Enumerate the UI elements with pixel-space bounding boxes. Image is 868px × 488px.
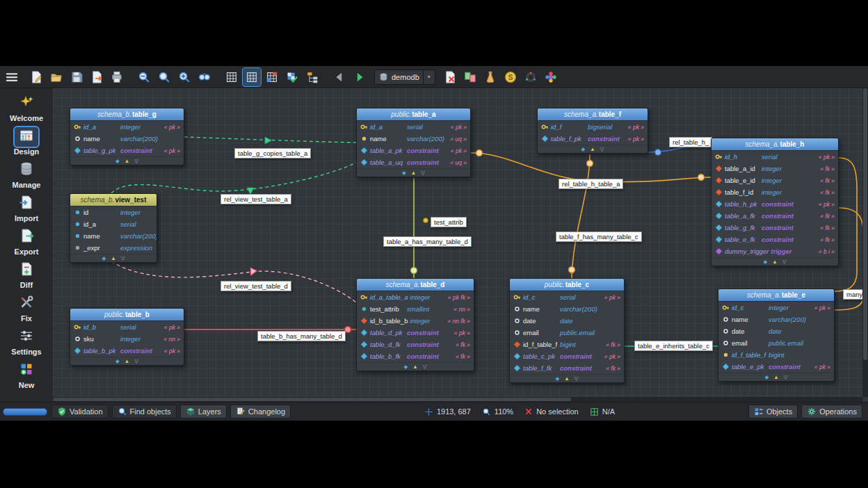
entity-row-id_a[interactable]: id_aserial (70, 218, 156, 230)
save-model-button[interactable] (67, 68, 86, 86)
zoom-in-button[interactable] (175, 68, 193, 86)
relationship-label-table_f_has_many_table_c[interactable]: table_f_has_many_table_c (556, 231, 642, 242)
entity-row-dummy_trigger[interactable]: dummy_triggertrigger« b i » (712, 245, 838, 257)
entity-row-date[interactable]: datedate (510, 315, 624, 327)
relationship-label-rel_table_h_table_a[interactable]: rel_table_h_table_a (558, 179, 623, 189)
entity-row-name[interactable]: namevarchar(200)« uq » (357, 133, 470, 145)
entity-row-table_c_pk[interactable]: table_c_pkconstraint« pk » (510, 350, 624, 362)
entity-view_test[interactable]: schema_b.view_testidintegerid_aserialnam… (70, 193, 157, 263)
print-model-button[interactable] (108, 68, 126, 86)
relationship-line-rel_view_test_table_a[interactable] (111, 163, 356, 193)
relationship-label-table_b_has_many_table_d[interactable]: table_b_has_many_table_d (257, 331, 346, 341)
entity-row-table_a_fk[interactable]: table_a_fkconstraint« fk » (712, 210, 838, 222)
fix-model-button[interactable] (481, 68, 499, 86)
validation-button[interactable]: Validation (51, 405, 108, 418)
entity-header[interactable]: schema_a.table_f (538, 108, 648, 121)
menu-button[interactable] (3, 68, 21, 86)
model-diff-button[interactable] (461, 68, 479, 86)
entity-table_d[interactable]: schema_a.table_did_a_table_ainteger« pk … (356, 278, 474, 371)
diagram-canvas[interactable]: table_g_copies_table_arel_view_test_tabl… (53, 88, 868, 402)
entity-header[interactable]: public.table_c (510, 279, 624, 291)
sidebar-item-settings[interactable]: Settings (2, 325, 51, 358)
entity-row-table_e_fk[interactable]: table_e_fkconstraint« fk » (712, 234, 838, 245)
find-objects-button[interactable]: Find objects (112, 405, 177, 418)
entity-row-table_e_id[interactable]: table_e_idinteger« fk » (712, 174, 838, 186)
changelog-button[interactable]: Changelog (230, 405, 291, 418)
entity-table_a[interactable]: public.table_aid_aserial« pk »namevarcha… (356, 108, 471, 177)
entity-row-id[interactable]: idinteger (70, 206, 156, 218)
entity-row-table_d_fk[interactable]: table_d_fkconstraint« fk » (357, 339, 474, 350)
entity-row-test_attrib[interactable]: test_attribsmallint« nn » (357, 303, 474, 315)
entity-row-name[interactable]: namevarchar(200) (510, 303, 624, 315)
relationship-label-test_attrib[interactable]: test_attrib (431, 217, 467, 227)
horizontal-scrollbar[interactable] (53, 397, 862, 402)
plugins-button[interactable] (542, 68, 560, 86)
entity-row-id_c[interactable]: id_cinteger« pk » (718, 302, 834, 314)
entity-header[interactable]: schema_a.table_d (357, 279, 474, 291)
objects-button[interactable]: Objects (748, 405, 798, 418)
entity-row-date[interactable]: datedate (718, 325, 834, 337)
entity-row-sku[interactable]: skuinteger« nn » (70, 333, 184, 345)
sidebar-item-import[interactable]: Import (2, 192, 51, 225)
operations-button[interactable]: Operations (801, 405, 862, 418)
sidebar-item-design[interactable]: Design (2, 125, 51, 158)
entity-row-table_e_pk[interactable]: table_e_pkconstraint« pk » (718, 361, 834, 373)
sidebar-item-manage[interactable]: Manage (2, 158, 51, 191)
relationship-label-table_a_has_many_table_d[interactable]: table_a_has_many_table_d (383, 236, 472, 247)
relationship-label-rel_table_h_[interactable]: rel_table_h_ (669, 137, 712, 147)
entity-row-id_f_table_f[interactable]: id_f_table_fbigint (718, 349, 834, 361)
entity-row-table_b_fk[interactable]: table_b_fkconstraint« fk » (357, 350, 474, 362)
nav-next-button[interactable] (351, 68, 369, 86)
relationship-line-rel_table_h_table_a[interactable] (471, 153, 711, 182)
entity-row-id_b[interactable]: id_bserial« pk » (70, 321, 184, 333)
load-model-button[interactable] (47, 68, 65, 86)
entity-row-table_a_uq[interactable]: table_a_uqconstraint« uq » (357, 156, 470, 168)
snap-grid-button[interactable] (243, 68, 261, 86)
sidebar-item-new[interactable]: New (2, 359, 51, 391)
db-selector-combo[interactable]: demodb▾ (374, 70, 435, 85)
entity-row-email[interactable]: emailpublic.email (718, 337, 834, 349)
sidebar-item-export[interactable]: Export (2, 225, 51, 258)
entity-table_h[interactable]: schema_a.table_hid_hserial« pk »table_a_… (711, 138, 839, 266)
entity-row-name[interactable]: namevarchar(200) (718, 314, 834, 325)
entity-table_g[interactable]: schema_b.table_gid_ainteger« pk »namevar… (70, 108, 184, 165)
show-grid-button[interactable] (223, 68, 241, 86)
entity-table_c[interactable]: public.table_cid_cserial« pk »namevarcha… (509, 278, 625, 383)
validate-model-button[interactable] (283, 68, 301, 86)
relationship-label-rel_view_test_table_a[interactable]: rel_view_test_table_a (220, 194, 291, 204)
relationship-label-rel_view_test_table_d[interactable]: rel_view_test_table_d (220, 281, 291, 291)
vertical-scrollbar[interactable] (862, 88, 868, 397)
zoom-out-button[interactable] (135, 68, 153, 86)
export-model-button[interactable] (88, 68, 106, 86)
objects-view-button[interactable] (303, 68, 321, 86)
sidebar-item-welcome[interactable]: Welcome (2, 92, 51, 124)
relationship-line-table_f_has_many_table_c[interactable] (572, 154, 590, 278)
find-object-button[interactable] (195, 68, 214, 86)
entity-row-id_a[interactable]: id_aserial« pk » (357, 121, 470, 133)
entity-row-id_b_table_b[interactable]: id_b_table_binteger« nn fk » (357, 315, 474, 327)
entity-row-id_h[interactable]: id_hserial« pk » (712, 151, 838, 163)
entity-header[interactable]: public.table_a (357, 108, 470, 121)
entity-row-table_d_pk[interactable]: table_d_pkconstraint« pk » (357, 327, 474, 339)
entity-table_b[interactable]: public.table_bid_bserial« pk »skuinteger… (70, 308, 184, 366)
entity-header[interactable]: schema_a.table_e (718, 289, 834, 302)
entity-header[interactable]: schema_a.table_h (712, 138, 838, 151)
entity-row-id_c[interactable]: id_cserial« pk » (510, 291, 624, 303)
relationship-label-table_g_copies_table_a[interactable]: table_g_copies_table_a (234, 148, 311, 158)
entity-row-table_a_id[interactable]: table_a_idinteger« fk » (712, 163, 838, 174)
entity-table_e[interactable]: schema_a.table_eid_cinteger« pk »namevar… (718, 288, 835, 382)
sidebar-item-fix[interactable]: Fix (2, 292, 51, 325)
sidebar-item-diff[interactable]: Diff (2, 259, 51, 291)
entity-row-id_a[interactable]: id_ainteger« pk » (70, 121, 184, 133)
horizontal-scrollbar-handle[interactable] (53, 398, 571, 401)
entity-header[interactable]: public.table_b (70, 309, 184, 321)
source-code-button[interactable]: S (501, 68, 520, 86)
entity-row-table_f_id[interactable]: table_f_idinteger« fk » (712, 186, 838, 198)
vertical-scrollbar-handle[interactable] (863, 88, 867, 360)
entity-row-id_a_table_a[interactable]: id_a_table_ainteger« pk fk » (357, 291, 474, 303)
entity-row-id_f_table_f[interactable]: id_f_table_fbigint« fk » (510, 339, 624, 350)
entity-row-table_b_pk[interactable]: table_b_pkconstraint« pk » (70, 345, 184, 357)
entity-row-table_f_pk[interactable]: table_f_pkconstraint« pk » (538, 133, 648, 145)
entity-header[interactable]: schema_b.view_test (70, 194, 156, 206)
entity-row-table_f_fk[interactable]: table_f_fkconstraint« fk » (510, 362, 624, 374)
